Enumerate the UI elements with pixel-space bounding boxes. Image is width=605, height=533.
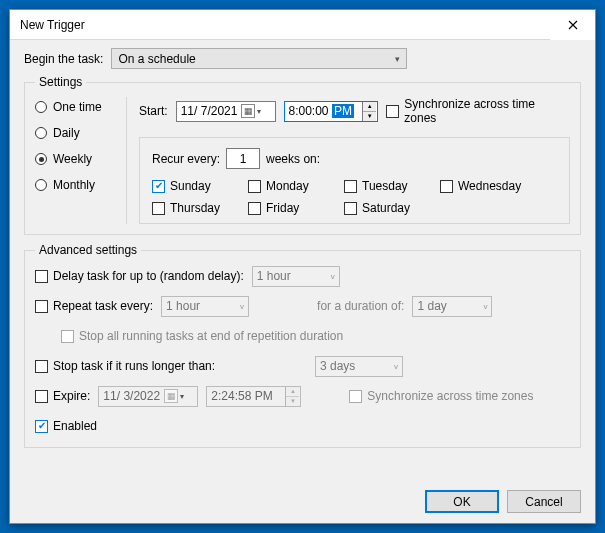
spinner-up-icon[interactable]: ▲ — [363, 102, 376, 112]
delay-combo: 1 hourv — [252, 266, 340, 287]
dialog-footer: OK Cancel — [24, 482, 581, 513]
checkbox-icon — [152, 180, 165, 193]
radio-icon — [35, 179, 47, 191]
ok-label: OK — [453, 495, 470, 509]
stop-repeat-check: Stop all running tasks at end of repetit… — [61, 329, 343, 343]
day-friday[interactable]: Friday — [248, 201, 328, 215]
start-date-picker[interactable]: 11/ 7/2021 ▾ — [176, 101, 276, 122]
stop-long-label: Stop task if it runs longer than: — [53, 359, 215, 373]
delay-check[interactable]: Delay task for up to (random delay): — [35, 269, 244, 283]
delay-label: Delay task for up to (random delay): — [53, 269, 244, 283]
day-wednesday-label: Wednesday — [458, 179, 521, 193]
time-spinner: ▲▼ — [285, 387, 299, 406]
day-wednesday[interactable]: Wednesday — [440, 179, 521, 193]
sync-timezones-label: Synchronize across time zones — [404, 97, 570, 125]
radio-daily-label: Daily — [53, 126, 80, 140]
stop-long-check[interactable]: Stop task if it runs longer than: — [35, 359, 225, 373]
day-monday[interactable]: Monday — [248, 179, 328, 193]
start-time-picker[interactable]: 8:00:00 PM ▲ ▼ — [284, 101, 379, 122]
spinner-down-icon: ▼ — [286, 397, 299, 406]
chevron-down-icon: v — [331, 272, 335, 281]
radio-weekly-label: Weekly — [53, 152, 92, 166]
enabled-label: Enabled — [53, 419, 97, 433]
checkbox-icon — [152, 202, 165, 215]
repeat-check[interactable]: Repeat task every: — [35, 299, 153, 313]
enabled-check[interactable]: Enabled — [35, 419, 97, 433]
schedule-type-radios: One time Daily Weekly Monthly — [35, 97, 127, 224]
day-sunday-label: Sunday — [170, 179, 211, 193]
spinner-up-icon: ▲ — [286, 387, 299, 397]
radio-onetime-label: One time — [53, 100, 102, 114]
repeat-label: Repeat task every: — [53, 299, 153, 313]
repeat-value: 1 hour — [166, 299, 200, 313]
ok-button[interactable]: OK — [425, 490, 499, 513]
day-thursday-label: Thursday — [170, 201, 220, 215]
repeat-duration-combo: 1 dayv — [412, 296, 492, 317]
recur-every-label: Recur every: — [152, 152, 220, 166]
radio-daily[interactable]: Daily — [35, 126, 120, 140]
day-tuesday[interactable]: Tuesday — [344, 179, 424, 193]
day-saturday[interactable]: Saturday — [344, 201, 424, 215]
chevron-down-icon: v — [394, 362, 398, 371]
stop-long-combo: 3 daysv — [315, 356, 403, 377]
checkbox-icon — [440, 180, 453, 193]
expire-label: Expire: — [53, 389, 90, 403]
checkbox-icon — [35, 300, 48, 313]
checkbox-icon — [344, 180, 357, 193]
radio-onetime[interactable]: One time — [35, 100, 120, 114]
chevron-down-icon: ▾ — [257, 107, 261, 116]
day-thursday[interactable]: Thursday — [152, 201, 232, 215]
cancel-button[interactable]: Cancel — [507, 490, 581, 513]
repeat-interval-combo: 1 hourv — [161, 296, 249, 317]
begin-task-value: On a schedule — [118, 52, 195, 66]
expire-sync-check: Synchronize across time zones — [349, 389, 533, 403]
day-monday-label: Monday — [266, 179, 309, 193]
radio-monthly-label: Monthly — [53, 178, 95, 192]
checkbox-icon — [349, 390, 362, 403]
chevron-down-icon: v — [240, 302, 244, 311]
checkbox-icon — [386, 105, 399, 118]
advanced-legend: Advanced settings — [35, 243, 141, 257]
window-title: New Trigger — [20, 18, 550, 32]
settings-group: Settings One time Daily Weekly — [24, 75, 581, 235]
repeat-duration-value: 1 day — [417, 299, 446, 313]
chevron-down-icon: ▾ — [395, 54, 400, 64]
stop-long-value: 3 days — [320, 359, 355, 373]
title-bar: New Trigger — [10, 10, 595, 40]
radio-icon — [35, 127, 47, 139]
sync-timezones-check[interactable]: Synchronize across time zones — [386, 97, 570, 125]
radio-icon — [35, 153, 47, 165]
expire-date-value: 11/ 3/2022 — [103, 389, 160, 403]
radio-monthly[interactable]: Monthly — [35, 178, 120, 192]
spinner-down-icon[interactable]: ▼ — [363, 112, 376, 121]
recur-weeks-input[interactable]: 1 — [226, 148, 260, 169]
close-icon — [568, 20, 578, 30]
expire-date-picker: 11/ 3/2022 ▾ — [98, 386, 198, 407]
stop-repeat-label: Stop all running tasks at end of repetit… — [79, 329, 343, 343]
calendar-icon — [241, 104, 255, 118]
expire-check[interactable]: Expire: — [35, 389, 90, 403]
close-button[interactable] — [550, 10, 595, 40]
repeat-duration-label: for a duration of: — [317, 299, 404, 313]
checkbox-icon — [248, 180, 261, 193]
chevron-down-icon: ▾ — [180, 392, 184, 401]
expire-time-picker: 2:24:58 PM ▲▼ — [206, 386, 301, 407]
start-label: Start: — [139, 104, 168, 118]
weeks-on-label: weeks on: — [266, 152, 320, 166]
start-date-value: 11/ 7/2021 — [181, 104, 238, 118]
dialog-content: Begin the task: On a schedule ▾ Settings… — [10, 40, 595, 523]
day-saturday-label: Saturday — [362, 201, 410, 215]
radio-weekly[interactable]: Weekly — [35, 152, 120, 166]
expire-time-value: 2:24:58 PM — [211, 389, 285, 403]
time-spinner[interactable]: ▲ ▼ — [362, 102, 376, 121]
expire-sync-label: Synchronize across time zones — [367, 389, 533, 403]
dialog-window: New Trigger Begin the task: On a schedul… — [9, 9, 596, 524]
begin-task-combo[interactable]: On a schedule ▾ — [111, 48, 407, 69]
settings-legend: Settings — [35, 75, 86, 89]
recur-weeks-value: 1 — [240, 152, 247, 166]
checkbox-icon — [35, 360, 48, 373]
day-sunday[interactable]: Sunday — [152, 179, 232, 193]
cancel-label: Cancel — [525, 495, 562, 509]
checkbox-icon — [35, 420, 48, 433]
checkbox-icon — [248, 202, 261, 215]
